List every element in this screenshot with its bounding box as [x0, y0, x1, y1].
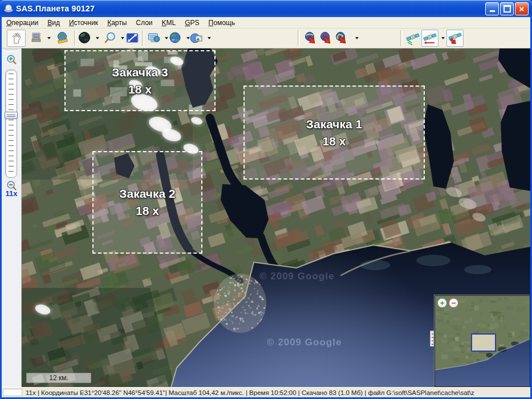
toolbar-separator	[298, 30, 300, 46]
close-icon: ×	[519, 5, 525, 13]
menu-item-kml[interactable]: KML	[157, 18, 181, 28]
chevron-down-icon	[96, 37, 99, 39]
map-view[interactable]: Закачка 3 18 x Закачка 1 18 x Закачка 2 …	[22, 48, 530, 387]
map-source-button[interactable]	[145, 30, 163, 47]
app-window: SAS.Планета 90127 × Операции Вид Источни…	[0, 0, 532, 399]
selection-region-1: Закачка 1 18 x	[243, 85, 425, 180]
measure-icon	[56, 31, 70, 45]
minimize-icon	[490, 10, 495, 12]
layers-button[interactable]	[188, 30, 205, 47]
gps-track-button[interactable]	[421, 30, 438, 47]
close-button[interactable]: ×	[515, 2, 529, 15]
minimap-zoom-in-button[interactable]: +	[437, 298, 447, 308]
measure-button[interactable]	[54, 30, 71, 47]
selection-manager-button[interactable]	[28, 30, 45, 47]
zoom-level-label: 11x	[2, 189, 21, 198]
gps-connect-button[interactable]	[404, 30, 421, 47]
statusbar-panel	[3, 389, 22, 396]
zoom-sidebar: 11x	[2, 48, 22, 387]
selection-zoom: 18 x	[128, 81, 152, 98]
map-watermark: © 2009 Google	[259, 271, 334, 282]
zoom-slider-thumb[interactable]	[5, 112, 18, 119]
zoom-slider[interactable]	[5, 70, 17, 178]
gps-connect-icon	[406, 31, 420, 45]
selection-region-2: Закачка 2 18 x	[92, 151, 202, 254]
chevron-down-icon	[47, 37, 51, 39]
zoom-box-icon	[103, 31, 117, 45]
satellite-map-icon	[169, 31, 182, 45]
sidebar-groove	[5, 49, 18, 52]
download-path-icon	[319, 31, 333, 45]
zoom-slider-ticks	[9, 74, 14, 174]
menu-item-layers[interactable]: Слои	[131, 18, 157, 28]
fit-screen-button[interactable]	[123, 30, 141, 47]
selection-zoom: 18 x	[323, 133, 346, 150]
download-selection-button[interactable]	[302, 30, 319, 47]
statusbar: 11x | Координаты E31°20'48.26" N46°54'59…	[2, 387, 530, 397]
selection-manager-icon	[30, 31, 43, 45]
satellite-map-button[interactable]	[167, 30, 184, 47]
menu-item-gps[interactable]: GPS	[180, 18, 204, 28]
gps-marker-icon	[448, 31, 462, 45]
selection-title: Закачка 1	[306, 116, 362, 133]
fullscreen-icon	[78, 31, 92, 45]
maximize-button[interactable]	[500, 2, 514, 15]
gps-dropdown[interactable]	[439, 30, 446, 47]
fullscreen-dropdown[interactable]	[94, 30, 101, 47]
maximize-icon	[503, 5, 511, 13]
selection-zoom: 18 x	[136, 202, 159, 219]
minimap-viewport[interactable]	[471, 333, 496, 352]
zoom-out-icon: −	[452, 299, 456, 307]
menu-item-view[interactable]: Вид	[43, 18, 64, 28]
zoom-box-button[interactable]	[101, 30, 119, 47]
zoom-in-button[interactable]	[5, 53, 18, 67]
selection-title: Закачка 3	[112, 64, 168, 81]
scale-bar: 12 км.	[26, 373, 91, 383]
menu-item-source[interactable]: Источник	[64, 18, 103, 28]
download-path-button[interactable]	[318, 30, 335, 47]
window-title: SAS.Планета 90127	[16, 4, 95, 13]
layers-dropdown[interactable]	[205, 30, 213, 47]
window-border	[0, 17, 2, 399]
menubar: Операции Вид Источник Карты Слои KML GPS…	[2, 17, 530, 28]
minimap-zoom-out-button[interactable]: −	[449, 298, 458, 308]
minimap: + −	[434, 295, 530, 387]
download-selection-icon	[304, 31, 318, 45]
selection-manager-dropdown[interactable]	[45, 30, 52, 47]
fullscreen-button[interactable]	[76, 30, 94, 47]
minimap-drag-handle[interactable]	[430, 331, 434, 347]
minimize-button[interactable]	[485, 2, 499, 15]
titlebar[interactable]: SAS.Планета 90127 ×	[0, 0, 532, 17]
selection-title: Закачка 2	[119, 185, 175, 202]
download-polygon-button[interactable]	[333, 30, 350, 47]
chevron-down-icon	[208, 37, 211, 39]
map-source-icon	[147, 31, 161, 45]
gps-marker-button[interactable]	[446, 30, 464, 47]
pan-button[interactable]	[7, 30, 26, 47]
toolbar-separator	[142, 30, 144, 46]
map-watermark: © 2009 Google	[267, 337, 342, 348]
zoom-in-icon: +	[440, 299, 445, 307]
gps-track-icon	[423, 31, 437, 45]
menu-item-maps[interactable]: Карты	[103, 18, 131, 28]
toolbar	[2, 28, 530, 48]
chevron-down-icon	[441, 37, 445, 39]
hand-icon	[10, 31, 23, 45]
toolbar-separator	[400, 30, 403, 46]
fit-screen-icon	[125, 31, 139, 45]
app-icon	[3, 3, 14, 14]
menu-item-help[interactable]: Помощь	[204, 18, 239, 28]
download-dropdown[interactable]	[352, 30, 362, 47]
chevron-down-icon	[355, 37, 359, 39]
download-polygon-icon	[335, 31, 348, 45]
selection-region-3: Закачка 3 18 x	[64, 50, 216, 111]
zoom-in-icon	[5, 54, 18, 66]
layers-map-icon	[190, 31, 204, 45]
menu-item-operations[interactable]: Операции	[2, 18, 43, 28]
statusbar-text: 11x | Координаты E31°20'48.26" N46°54'59…	[26, 389, 530, 396]
